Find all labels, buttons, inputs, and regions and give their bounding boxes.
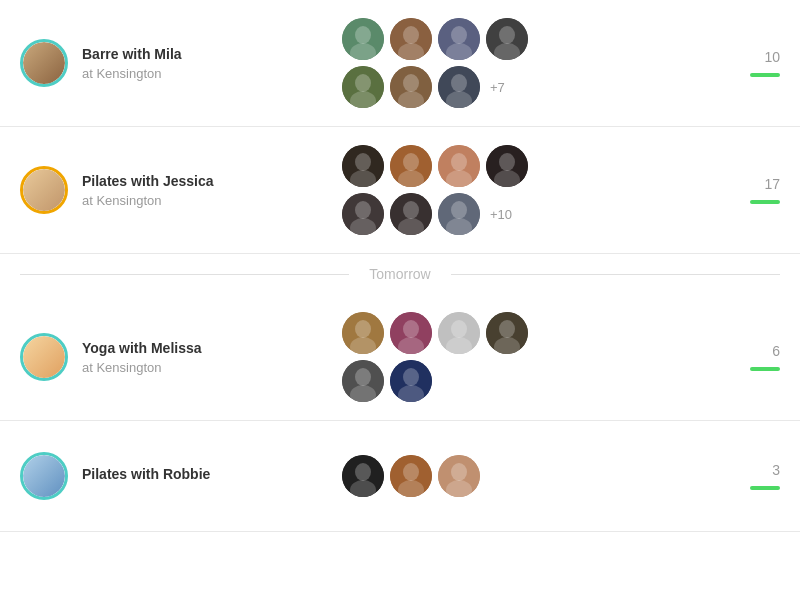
stat-number: 10	[764, 49, 780, 65]
svg-point-46	[403, 320, 419, 338]
svg-point-67	[451, 463, 467, 481]
class-name: Pilates with Jessica	[82, 173, 282, 189]
class-info: Pilates with Robbie	[82, 466, 282, 486]
stat-number: 6	[772, 343, 780, 359]
tomorrow-divider: Tomorrow	[0, 254, 800, 294]
participant-avatar	[342, 66, 384, 108]
class-stats: 10	[720, 49, 780, 77]
class-info: Pilates with Jessicaat Kensington	[82, 173, 282, 208]
stat-number: 17	[764, 176, 780, 192]
svg-point-13	[355, 74, 371, 92]
svg-point-64	[403, 463, 419, 481]
participants-area: +10	[342, 145, 720, 235]
participant-avatar	[486, 18, 528, 60]
stat-bar	[750, 486, 780, 490]
class-stats: 6	[720, 343, 780, 371]
svg-point-16	[403, 74, 419, 92]
divider-line-right	[451, 274, 780, 275]
participant-avatar	[390, 193, 432, 235]
svg-point-58	[403, 368, 419, 386]
stat-bar	[750, 200, 780, 204]
divider-label: Tomorrow	[349, 266, 450, 282]
participant-avatar	[390, 455, 432, 497]
participant-row-2: +10	[342, 193, 720, 235]
participant-avatar	[390, 312, 432, 354]
participants-area	[342, 312, 720, 402]
svg-point-19	[451, 74, 467, 92]
svg-point-55	[355, 368, 371, 386]
class-info: Yoga with Melissaat Kensington	[82, 340, 282, 375]
class-instructor-avatar	[20, 333, 68, 381]
participant-avatar	[342, 312, 384, 354]
tomorrow-section: Yoga with Melissaat Kensington 6Pilates …	[0, 294, 800, 532]
participant-row-1	[342, 312, 720, 354]
stat-bar	[750, 73, 780, 77]
participant-avatar	[390, 360, 432, 402]
participant-row-1	[342, 18, 720, 60]
participants-area: +7	[342, 18, 720, 108]
class-location: at Kensington	[82, 193, 282, 208]
more-count: +10	[490, 207, 512, 222]
participants-area	[342, 455, 720, 497]
class-location: at Kensington	[82, 360, 282, 375]
participant-avatar	[342, 145, 384, 187]
participant-avatar	[438, 455, 480, 497]
svg-point-34	[355, 201, 371, 219]
participant-row-2	[342, 360, 720, 402]
divider-line-left	[20, 274, 349, 275]
participant-avatar	[486, 312, 528, 354]
class-stats: 17	[720, 176, 780, 204]
class-row[interactable]: Yoga with Melissaat Kensington 6	[0, 294, 800, 420]
participant-avatar	[438, 312, 480, 354]
class-row[interactable]: Barre with Milaat Kensington +710	[0, 0, 800, 126]
class-section[interactable]: Yoga with Melissaat Kensington 6	[0, 294, 800, 421]
stat-bar	[750, 367, 780, 371]
participant-avatar	[342, 18, 384, 60]
svg-point-4	[403, 26, 419, 44]
svg-point-61	[355, 463, 371, 481]
participant-avatar	[486, 145, 528, 187]
svg-point-28	[451, 153, 467, 171]
svg-point-52	[499, 320, 515, 338]
participant-avatar	[390, 66, 432, 108]
svg-point-22	[355, 153, 371, 171]
class-instructor-avatar	[20, 39, 68, 87]
class-info: Barre with Milaat Kensington	[82, 46, 282, 81]
participant-row-2: +7	[342, 66, 720, 108]
class-name: Yoga with Melissa	[82, 340, 282, 356]
class-row[interactable]: Pilates with Jessicaat Kensington +1017	[0, 127, 800, 253]
stat-number: 3	[772, 462, 780, 478]
svg-point-37	[403, 201, 419, 219]
class-name: Pilates with Robbie	[82, 466, 282, 482]
class-name: Barre with Mila	[82, 46, 282, 62]
class-row[interactable]: Pilates with Robbie 3	[0, 421, 800, 531]
class-instructor-avatar	[20, 166, 68, 214]
participant-avatar	[438, 18, 480, 60]
svg-point-43	[355, 320, 371, 338]
schedule-container: Barre with Milaat Kensington +710Pilates…	[0, 0, 800, 532]
svg-point-49	[451, 320, 467, 338]
participant-avatar	[342, 360, 384, 402]
svg-point-7	[451, 26, 467, 44]
participant-avatar	[438, 193, 480, 235]
today-section: Barre with Milaat Kensington +710Pilates…	[0, 0, 800, 254]
svg-point-10	[499, 26, 515, 44]
class-section[interactable]: Barre with Milaat Kensington +710	[0, 0, 800, 127]
svg-point-31	[499, 153, 515, 171]
participant-avatar	[390, 145, 432, 187]
class-section[interactable]: Pilates with Robbie 3	[0, 421, 800, 532]
participant-row-1	[342, 145, 720, 187]
class-section[interactable]: Pilates with Jessicaat Kensington +1017	[0, 127, 800, 254]
svg-point-25	[403, 153, 419, 171]
more-count: +7	[490, 80, 505, 95]
class-stats: 3	[720, 462, 780, 490]
participant-avatar	[342, 193, 384, 235]
participant-row-1	[342, 455, 720, 497]
participant-avatar	[390, 18, 432, 60]
svg-point-1	[355, 26, 371, 44]
class-instructor-avatar	[20, 452, 68, 500]
svg-point-40	[451, 201, 467, 219]
class-location: at Kensington	[82, 66, 282, 81]
participant-avatar	[438, 66, 480, 108]
participant-avatar	[342, 455, 384, 497]
